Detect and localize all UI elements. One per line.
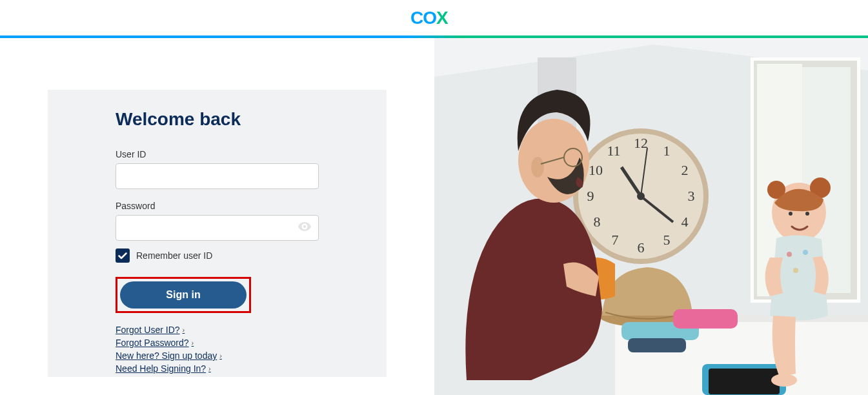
login-panel-container: Welcome back User ID Password — [0, 38, 434, 395]
remember-checkbox[interactable] — [116, 248, 130, 263]
site-header: COX — [0, 0, 868, 35]
svg-point-43 — [787, 252, 792, 257]
forgot-password-label: Forgot Password? — [116, 338, 189, 348]
chevron-right-icon: › — [192, 339, 194, 347]
svg-text:6: 6 — [638, 239, 645, 256]
remember-label: Remember user ID — [136, 250, 212, 261]
svg-rect-11 — [709, 369, 780, 394]
svg-text:10: 10 — [589, 162, 603, 178]
help-signing-in-link[interactable]: Need Help Signing In?› — [116, 363, 319, 374]
svg-point-42 — [805, 212, 809, 216]
svg-text:9: 9 — [587, 188, 594, 204]
svg-text:8: 8 — [594, 214, 601, 230]
password-input[interactable] — [116, 215, 319, 241]
svg-text:2: 2 — [681, 162, 689, 178]
show-password-icon[interactable] — [298, 222, 311, 234]
password-field-wrapper — [116, 215, 319, 241]
page-title: Welcome back — [116, 109, 319, 130]
chevron-right-icon: › — [208, 365, 211, 372]
cox-logo[interactable]: COX — [410, 8, 458, 28]
chevron-right-icon: › — [219, 352, 222, 360]
svg-text:1: 1 — [663, 143, 671, 159]
signup-label: New here? Sign up today — [116, 350, 217, 361]
signin-button[interactable]: Sign in — [120, 281, 247, 309]
help-label: Need Help Signing In? — [116, 363, 206, 374]
signup-link[interactable]: New here? Sign up today› — [116, 350, 319, 361]
forgot-user-id-label: Forgot User ID? — [116, 325, 180, 335]
svg-point-44 — [803, 250, 808, 255]
svg-point-1 — [303, 225, 306, 228]
svg-text:4: 4 — [681, 214, 689, 230]
svg-text:5: 5 — [663, 232, 671, 248]
hero-image: 12 1 2 3 4 5 6 7 8 9 10 11 — [434, 38, 868, 395]
chevron-right-icon: › — [183, 326, 185, 334]
forgot-user-id-link[interactable]: Forgot User ID?› — [116, 325, 319, 335]
password-label: Password — [116, 201, 319, 211]
svg-text:COX: COX — [410, 8, 449, 28]
svg-point-45 — [793, 268, 798, 273]
svg-point-41 — [789, 212, 792, 216]
svg-text:7: 7 — [612, 232, 619, 248]
svg-text:3: 3 — [688, 188, 695, 204]
svg-rect-33 — [628, 338, 686, 352]
svg-text:12: 12 — [634, 135, 648, 151]
remember-row: Remember user ID — [116, 248, 319, 263]
forgot-password-link[interactable]: Forgot Password?› — [116, 338, 319, 348]
svg-point-35 — [531, 157, 544, 177]
user-id-input[interactable] — [116, 163, 319, 189]
main-content: Welcome back User ID Password — [0, 38, 868, 395]
login-card: Welcome back User ID Password — [48, 90, 387, 377]
svg-rect-32 — [673, 309, 738, 329]
signin-highlight-box: Sign in — [116, 277, 251, 313]
help-links: Forgot User ID?› Forgot Password?› New h… — [116, 325, 319, 374]
user-id-label: User ID — [116, 149, 319, 159]
svg-text:11: 11 — [607, 143, 620, 159]
svg-point-46 — [771, 374, 797, 387]
